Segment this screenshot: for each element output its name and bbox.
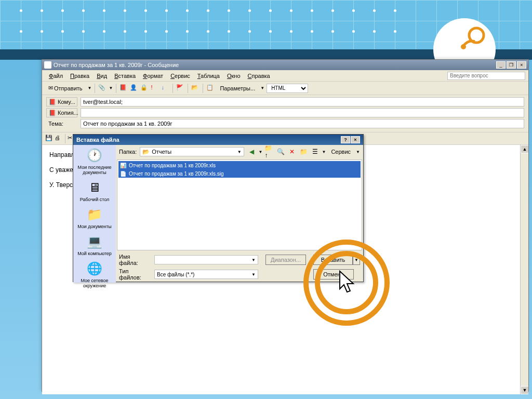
sidebar-desktop[interactable]: 🖥Рабочий стол [80,179,110,202]
dialog-toolbar: Папка: 📂Отчеты▼ ◀▼ 📁↑ 🔍 ✕ 📁 ☰▼ Сервис▼ [116,145,363,158]
file-item[interactable]: 📄Отчет по продажам за 1 кв 2009г.xls.sig [118,169,361,178]
cc-input[interactable] [81,108,524,117]
brand-logo-icon [458,25,489,51]
menu-insert[interactable]: Вставка [111,72,139,80]
views-icon[interactable]: ☰ [310,147,320,156]
dialog-help-button[interactable]: ? [341,136,350,143]
menu-table[interactable]: Таблица [194,72,223,80]
file-listing[interactable]: 📊Отчет по продажам за 1 кв 2009г.xls 📄От… [117,159,362,250]
to-input[interactable] [81,97,524,107]
help-search-input[interactable] [447,72,525,80]
sidebar-computer[interactable]: 💻Мой компьютер [77,233,112,256]
menu-service[interactable]: Сервис [167,72,194,80]
computer-icon: 💻 [86,233,103,250]
dialog-footer: Имя файла: ▼ Диапазон... Вставить▼ Тип ф… [116,251,363,283]
places-bar: 🕐Мои последние документы 🖥Рабочий стол 📁… [73,145,116,283]
delete-icon[interactable]: ✕ [287,147,297,156]
main-toolbar: ✉ Отправить ▼ 📎 ▼ 📕 👤 🔒 ! ↓ 🚩 📂 📋 Параме… [42,82,528,95]
send-button[interactable]: ✉ Отправить [45,84,86,92]
print-icon[interactable]: 🖨 [55,135,63,143]
to-button[interactable]: 📕Кому... [46,97,77,107]
insert-file-dialog: Вставка файла ? × 🕐Мои последние докумен… [73,134,364,282]
sig-icon: 📄 [119,170,127,177]
cancel-button[interactable]: Отмена [313,269,354,280]
format-mode-select[interactable]: HTML [267,84,308,93]
dialog-title: Вставка файла [76,137,119,143]
app-icon: ✉ [44,61,51,69]
up-icon[interactable]: 📁↑ [264,147,274,156]
sidebar-network[interactable]: 🌐Мое сетевое окружение [73,260,116,288]
subject-input[interactable] [81,119,524,128]
cc-button[interactable]: 📕Копия... [46,108,77,117]
options-icon[interactable]: 📋 [206,84,215,92]
addressbook-icon[interactable]: 📕 [119,84,128,92]
menu-window[interactable]: Окно [223,72,244,80]
folder-icon: 📂 [142,149,150,155]
search-icon[interactable]: 🔍 [276,147,285,156]
back-icon[interactable]: ◀ [247,147,257,156]
dialog-titlebar[interactable]: Вставка файла ? × [73,135,363,145]
importance-high-icon[interactable]: ! [151,84,159,92]
filetype-label: Тип файлов: [119,268,150,281]
checknames-icon[interactable]: 👤 [130,84,138,92]
newfolder-icon[interactable]: 📁 [299,147,308,156]
menubar: Файл Правка Вид Вставка Формат Сервис Та… [42,70,528,82]
recent-docs-icon: 🕐 [86,147,103,164]
excel-icon: 📊 [119,162,127,169]
subject-label: Тема: [46,121,77,127]
dialog-close-button[interactable]: × [351,136,360,143]
accounts-icon[interactable]: 📎 [98,84,107,92]
maximize-button[interactable]: ❐ [507,61,516,69]
filetype-select[interactable]: Все файлы (*.*)▼ [154,270,258,279]
folder-combo[interactable]: 📂Отчеты▼ [140,147,244,156]
window-titlebar[interactable]: ✉ Отчет по продажам за 1 кв. 2009г - Соо… [42,60,528,70]
minimize-button[interactable]: _ [496,61,506,69]
scroll-down-icon[interactable]: ▼ [521,386,528,394]
importance-low-icon[interactable]: ↓ [161,84,169,92]
file-item[interactable]: 📊Отчет по продажам за 1 кв 2009г.xls [118,161,361,169]
params-button[interactable]: Параметры... [217,84,258,92]
addressbook-small-icon: 📕 [49,99,56,105]
addressbook-small-icon: 📕 [49,110,56,116]
network-icon: 🌐 [86,260,103,277]
body-scrollbar[interactable]: ▲ ▼ [520,145,528,394]
insert-dropdown[interactable]: ▼ [353,255,360,265]
mydocs-icon: 📁 [86,206,103,223]
svg-point-1 [461,44,466,49]
menu-file[interactable]: Файл [45,72,66,80]
message-header-fields: 📕Кому... 📕Копия... Тема: [42,95,528,132]
close-button[interactable]: × [517,61,526,69]
folder-label: Папка: [119,149,137,155]
desktop-icon: 🖥 [86,179,103,196]
range-button[interactable]: Диапазон... [265,255,306,265]
menu-edit[interactable]: Правка [66,72,93,80]
flag-icon[interactable]: 🚩 [176,84,184,92]
menu-help[interactable]: Справка [244,72,274,80]
scroll-up-icon[interactable]: ▲ [521,145,528,153]
filename-label: Имя файла: [119,254,150,266]
sidebar-mydocs[interactable]: 📁Мои документы [77,206,112,229]
service-menu[interactable]: Сервис [328,148,354,156]
filename-input[interactable]: ▼ [154,255,258,264]
save-icon[interactable]: 💾 [45,135,54,143]
signature-icon[interactable]: 📂 [191,84,200,92]
window-title: Отчет по продажам за 1 кв. 2009г - Сообщ… [54,62,179,68]
menu-view[interactable]: Вид [93,72,111,80]
insert-button[interactable]: Вставить [313,255,353,265]
menu-format[interactable]: Формат [139,72,167,80]
permission-icon[interactable]: 🔒 [140,84,149,92]
sidebar-recent[interactable]: 🕐Мои последние документы [73,147,116,175]
